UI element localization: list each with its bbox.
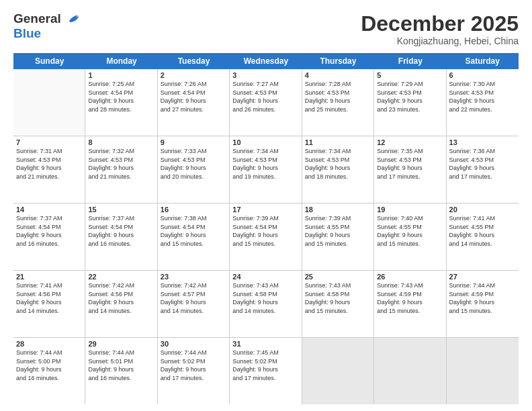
cell-text-line: Sunrise: 7:39 AM — [232, 214, 298, 223]
cell-text-line: Sunrise: 7:44 AM — [161, 349, 226, 357]
calendar-cell: 14Sunrise: 7:37 AMSunset: 4:54 PMDayligh… — [13, 203, 85, 270]
cell-text-line: Daylight: 9 hours — [161, 164, 226, 173]
calendar-cell: 17Sunrise: 7:39 AMSunset: 4:54 PMDayligh… — [230, 203, 302, 270]
cell-text-line: and 15 minutes. — [377, 240, 443, 248]
cell-text-line: and 14 minutes. — [232, 307, 298, 316]
calendar-cell: 27Sunrise: 7:44 AMSunset: 4:59 PMDayligh… — [447, 271, 519, 337]
cell-text-line: Sunset: 4:53 PM — [305, 156, 371, 165]
cell-text-line: Sunset: 4:53 PM — [88, 156, 154, 165]
cell-text-line: Sunset: 4:55 PM — [305, 223, 371, 232]
cell-text-line: Daylight: 9 hours — [232, 164, 298, 173]
calendar-cell: 18Sunrise: 7:39 AMSunset: 4:55 PMDayligh… — [302, 203, 374, 270]
day-number: 26 — [377, 273, 443, 281]
calendar-cell — [302, 338, 374, 404]
cell-text-line: and 27 minutes. — [161, 105, 226, 114]
cell-text-line: Daylight: 9 hours — [16, 298, 82, 307]
day-number: 18 — [305, 205, 371, 214]
cell-text-line: Daylight: 9 hours — [305, 164, 371, 173]
day-number: 3 — [232, 71, 298, 79]
calendar-row-5: 28Sunrise: 7:44 AMSunset: 5:00 PMDayligh… — [13, 338, 519, 404]
cell-text-line: Daylight: 9 hours — [377, 298, 443, 307]
cell-text-line: Sunset: 4:53 PM — [305, 89, 371, 97]
cell-text-line: Sunset: 4:53 PM — [449, 156, 516, 165]
cell-text-line: Sunrise: 7:42 AM — [88, 281, 154, 290]
day-number: 6 — [449, 71, 516, 79]
location: Kongjiazhuang, Hebei, China — [361, 36, 519, 46]
day-number: 30 — [161, 340, 226, 348]
calendar-cell: 20Sunrise: 7:41 AMSunset: 4:55 PMDayligh… — [447, 203, 519, 270]
cell-text-line: Sunrise: 7:29 AM — [377, 80, 443, 89]
calendar-cell: 7Sunrise: 7:31 AMSunset: 4:53 PMDaylight… — [13, 136, 85, 203]
day-number: 17 — [232, 205, 298, 214]
cell-text-line: Sunset: 4:56 PM — [88, 290, 154, 299]
cell-text-line: Sunrise: 7:28 AM — [305, 80, 371, 89]
cell-text-line: and 15 minutes. — [305, 240, 371, 248]
day-number: 23 — [161, 273, 226, 281]
cell-text-line: Daylight: 9 hours — [88, 298, 154, 307]
calendar-body: 1Sunrise: 7:25 AMSunset: 4:54 PMDaylight… — [13, 69, 519, 404]
cell-text-line: Daylight: 9 hours — [16, 164, 82, 173]
cell-text-line: Sunset: 5:02 PM — [161, 357, 226, 366]
day-number: 1 — [88, 71, 154, 79]
day-number: 22 — [88, 273, 154, 281]
cell-text-line: Sunrise: 7:43 AM — [305, 281, 371, 290]
cell-text-line: and 21 minutes. — [88, 173, 154, 181]
cell-text-line: Sunset: 4:55 PM — [449, 223, 516, 232]
logo-bird-icon — [65, 12, 80, 27]
cell-text-line: and 14 minutes. — [16, 307, 82, 316]
cell-text-line: Sunrise: 7:37 AM — [16, 214, 82, 223]
cell-text-line: Daylight: 9 hours — [161, 298, 226, 307]
calendar-cell: 16Sunrise: 7:38 AMSunset: 4:54 PMDayligh… — [158, 203, 230, 270]
cell-text-line: and 16 minutes. — [16, 240, 82, 248]
cell-text-line: Sunrise: 7:31 AM — [16, 147, 82, 156]
calendar-cell: 31Sunrise: 7:45 AMSunset: 5:02 PMDayligh… — [230, 338, 302, 404]
day-number: 7 — [16, 138, 82, 146]
weekday-header-thursday: Thursday — [302, 53, 374, 69]
cell-text-line: Sunset: 4:53 PM — [232, 156, 298, 165]
day-number: 29 — [88, 340, 154, 348]
cell-text-line: Daylight: 9 hours — [16, 231, 82, 240]
cell-text-line: Daylight: 9 hours — [161, 231, 226, 240]
cell-text-line: Sunrise: 7:41 AM — [16, 281, 82, 290]
cell-text-line: Sunset: 4:53 PM — [377, 156, 443, 165]
cell-text-line: Sunset: 4:53 PM — [16, 156, 82, 165]
cell-text-line: Daylight: 9 hours — [232, 97, 298, 105]
cell-text-line: Sunset: 5:02 PM — [232, 357, 298, 366]
cell-text-line: Sunrise: 7:26 AM — [161, 80, 226, 89]
cell-text-line: Daylight: 9 hours — [88, 97, 154, 105]
cell-text-line: Sunrise: 7:36 AM — [449, 147, 516, 156]
weekday-header-tuesday: Tuesday — [158, 53, 230, 69]
cell-text-line: Sunrise: 7:43 AM — [232, 281, 298, 290]
calendar-cell: 19Sunrise: 7:40 AMSunset: 4:55 PMDayligh… — [374, 203, 446, 270]
weekday-header-sunday: Sunday — [13, 53, 85, 69]
cell-text-line: Sunset: 4:54 PM — [88, 223, 154, 232]
day-number: 10 — [232, 138, 298, 146]
cell-text-line: Daylight: 9 hours — [305, 231, 371, 240]
cell-text-line: Sunset: 4:53 PM — [161, 156, 226, 165]
cell-text-line: Daylight: 9 hours — [449, 231, 516, 240]
cell-text-line: and 23 minutes. — [377, 105, 443, 114]
cell-text-line: Daylight: 9 hours — [161, 365, 226, 374]
cell-text-line: Sunrise: 7:37 AM — [88, 214, 154, 223]
calendar-cell: 13Sunrise: 7:36 AMSunset: 4:53 PMDayligh… — [447, 136, 519, 203]
calendar-cell: 23Sunrise: 7:42 AMSunset: 4:57 PMDayligh… — [158, 271, 230, 337]
calendar: SundayMondayTuesdayWednesdayThursdayFrid… — [13, 53, 519, 404]
cell-text-line: and 16 minutes. — [16, 374, 82, 383]
cell-text-line: and 14 minutes. — [449, 240, 516, 248]
calendar-row-2: 7Sunrise: 7:31 AMSunset: 4:53 PMDaylight… — [13, 136, 519, 203]
day-number: 20 — [449, 205, 516, 214]
title-block: December 2025 Kongjiazhuang, Hebei, Chin… — [361, 12, 519, 46]
cell-text-line: Sunrise: 7:44 AM — [449, 281, 516, 290]
cell-text-line: and 19 minutes. — [232, 173, 298, 181]
calendar-cell — [447, 338, 519, 404]
header: General Blue December 2025 Kongjiazhuang… — [13, 12, 519, 46]
day-number: 25 — [305, 273, 371, 281]
day-number: 5 — [377, 71, 443, 79]
cell-text-line: Sunset: 4:56 PM — [16, 290, 82, 299]
calendar-cell: 24Sunrise: 7:43 AMSunset: 4:58 PMDayligh… — [230, 271, 302, 337]
cell-text-line: and 16 minutes. — [88, 240, 154, 248]
cell-text-line: Daylight: 9 hours — [377, 97, 443, 105]
cell-text-line: Sunset: 4:53 PM — [449, 89, 516, 97]
calendar-row-1: 1Sunrise: 7:25 AMSunset: 4:54 PMDaylight… — [13, 69, 519, 136]
cell-text-line: Sunset: 4:59 PM — [377, 290, 443, 299]
